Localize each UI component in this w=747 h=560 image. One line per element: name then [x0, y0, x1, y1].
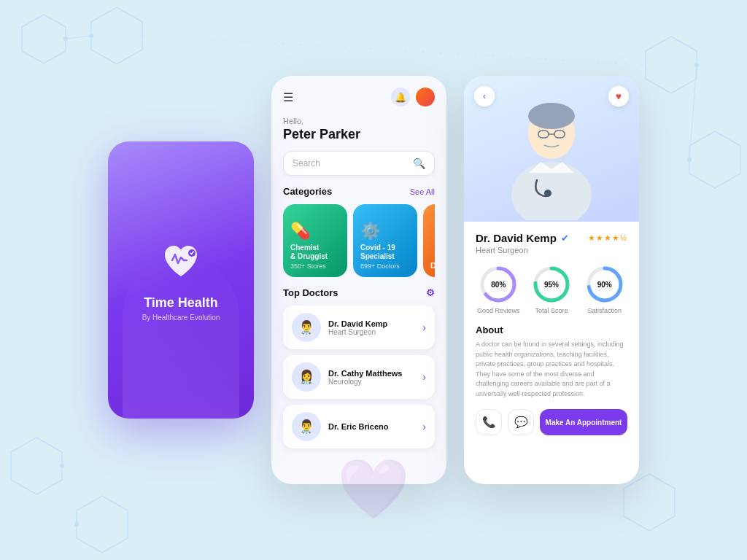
total-score-label: Total Score	[535, 307, 568, 314]
back-button[interactable]: ‹	[474, 86, 495, 106]
category-other[interactable]: D	[423, 204, 435, 277]
action-row: 📞 💬 Make An Appointment	[476, 409, 627, 435]
doctor-name-david: Dr. David Kemp	[328, 319, 415, 328]
svg-point-19	[528, 103, 575, 129]
covid-count: 899+ Doctors	[360, 262, 410, 270]
chemist-count: 350+ Stores	[290, 262, 340, 270]
rating-stars: ★★★★½	[588, 233, 627, 243]
stats-row: 80% Good Reviews 95% Total Score	[476, 265, 627, 314]
detail-name-row: Dr. David Kemp ✔ ★★★★½	[476, 232, 627, 244]
chevron-right-icon-3: ›	[422, 421, 426, 432]
stat-satisfaction: 90% Satisfaction	[581, 265, 627, 314]
home-header: ☰ 🔔	[283, 88, 435, 106]
good-reviews-label: Good Reviews	[477, 307, 520, 314]
doctor-avatar-cathy: 👩‍⚕️	[292, 362, 321, 392]
category-chemist[interactable]: 💊 Chemist& Druggist 350+ Stores	[283, 204, 347, 277]
favorite-button[interactable]: ♥	[608, 86, 629, 106]
app-logo-icon	[158, 238, 204, 285]
top-doctors-header: Top Doctors ⚙	[283, 287, 435, 298]
bell-icon[interactable]: 🔔	[391, 88, 410, 106]
svg-point-20	[544, 190, 551, 197]
categories-title: Categories	[283, 186, 332, 197]
search-bar[interactable]: Search 🔍	[283, 151, 435, 176]
about-title: About	[476, 324, 627, 335]
chevron-right-icon-2: ›	[422, 371, 426, 383]
hamburger-icon[interactable]: ☰	[283, 90, 293, 104]
doctor-name-eric: Dr. Eric Briceno	[328, 422, 415, 431]
splash-screen: Time Health By Healthcare Evolution	[108, 141, 254, 419]
doctor-info-david: Dr. David Kemp Heart Surgeon	[328, 319, 415, 336]
good-reviews-circle: 80%	[479, 265, 518, 304]
detail-doctor-name: Dr. David Kemp	[476, 232, 557, 244]
home-screen: ☰ 🔔 Hello, Peter Parker Search 🔍 Categor…	[271, 76, 446, 484]
satisfaction-percent: 90%	[585, 265, 624, 304]
app-name: Time Health	[144, 295, 218, 311]
search-placeholder-text: Search	[293, 158, 413, 168]
doctor-card-cathy[interactable]: 👩‍⚕️ Dr. Cathy Matthews Neurology ›	[283, 355, 435, 399]
chemist-icon: 💊	[290, 222, 340, 241]
chemist-name: Chemist& Druggist	[290, 244, 340, 261]
stat-total-score: 95% Total Score	[529, 265, 575, 314]
chat-button[interactable]: 💬	[508, 409, 534, 435]
top-doctors-title: Top Doctors	[283, 287, 338, 298]
call-button[interactable]: 📞	[476, 409, 502, 435]
covid-name: Covid - 19Specialist	[360, 244, 410, 261]
doctor-avatar-david: 👨‍⚕️	[292, 313, 321, 342]
screens-container: Time Health By Healthcare Evolution ☰ 🔔 …	[0, 0, 747, 560]
doctor-avatar-eric: 👨‍⚕️	[292, 412, 321, 441]
stat-good-reviews: 80% Good Reviews	[476, 265, 522, 314]
filter-icon[interactable]: ⚙	[426, 287, 435, 298]
greeting-label: Hello,	[283, 117, 435, 125]
chevron-right-icon: ›	[422, 322, 426, 333]
categories-scroll: 💊 Chemist& Druggist 350+ Stores ⚙️ Covid…	[283, 204, 435, 277]
doctor-specialty-david: Heart Surgeon	[328, 328, 415, 336]
verified-icon: ✔	[561, 233, 569, 244]
doctor-info-cathy: Dr. Cathy Matthews Neurology	[328, 369, 415, 386]
detail-specialty: Heart Surgeon	[476, 246, 627, 254]
app-tagline: By Healthcare Evolution	[142, 314, 220, 322]
category-covid[interactable]: ⚙️ Covid - 19Specialist 899+ Doctors	[353, 204, 417, 277]
satisfaction-circle: 90%	[585, 265, 624, 304]
user-avatar-small[interactable]	[416, 88, 435, 106]
search-icon: 🔍	[413, 158, 425, 169]
covid-icon: ⚙️	[360, 222, 410, 241]
doctor-card-david[interactable]: 👨‍⚕️ Dr. David Kemp Heart Surgeon ›	[283, 306, 435, 349]
total-score-percent: 95%	[532, 265, 571, 304]
good-reviews-percent: 80%	[479, 265, 518, 304]
about-text: A doctor can be found in several setting…	[476, 340, 627, 399]
appointment-button[interactable]: Make An Appointment	[540, 409, 627, 435]
doctor-specialty-cathy: Neurology	[328, 378, 415, 386]
detail-content: Dr. David Kemp ✔ ★★★★½ Heart Surgeon 80%…	[464, 222, 639, 484]
user-name-label: Peter Parker	[283, 127, 435, 142]
doctor-name-cathy: Dr. Cathy Matthews	[328, 369, 415, 378]
doctor-info-eric: Dr. Eric Briceno	[328, 422, 415, 431]
see-all-button[interactable]: See All	[410, 187, 435, 196]
doctor-card-eric[interactable]: 👨‍⚕️ Dr. Eric Briceno ›	[283, 405, 435, 448]
doctor-photo-area: ‹ ♥	[464, 76, 639, 222]
satisfaction-label: Satisfaction	[587, 307, 622, 314]
other-category-letter: D	[430, 261, 435, 270]
categories-section-header: Categories See All	[283, 186, 435, 197]
detail-screen: ‹ ♥ Dr. David Kemp ✔ ★★★★½ Heart Surgeon	[464, 76, 639, 484]
total-score-circle: 95%	[532, 265, 571, 304]
